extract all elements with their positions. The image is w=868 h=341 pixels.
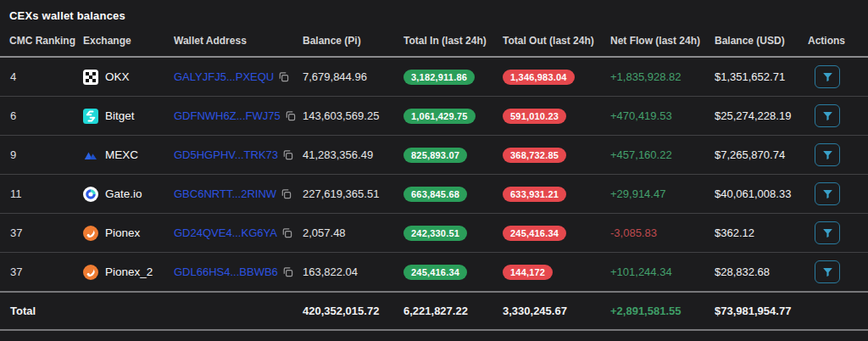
gateio-logo-icon	[83, 187, 98, 202]
copy-icon[interactable]	[278, 71, 289, 82]
balance-usd-cell: $362.12	[708, 214, 801, 253]
total-row: Total 420,352,015.72 6,221,827.22 3,330,…	[0, 292, 868, 330]
mexc-logo-icon	[83, 148, 98, 163]
filter-icon	[822, 150, 833, 160]
copy-icon[interactable]	[285, 110, 296, 121]
exchange-name: Pionex	[105, 226, 140, 239]
exchange-cell: Bitget	[83, 109, 160, 124]
col-header-actions: Actions	[801, 30, 868, 57]
net-flow-value: +470,419.53	[610, 109, 672, 122]
wallet-address-link[interactable]: GDFNWH6Z...FWJ75	[174, 109, 281, 122]
exchange-name: OKX	[105, 70, 130, 83]
cmc-ranking-cell: 6	[0, 97, 76, 136]
table-row: 6 Bitget GDFNWH6Z...FWJ75 143,603,569.25	[0, 97, 868, 136]
table-header-row: CMC Ranking Exchange Wallet Address Bala…	[0, 30, 868, 57]
exchange-name: Gate.io	[105, 187, 142, 200]
wallet-address-link[interactable]: GALYJFJ5...PXEQU	[174, 70, 274, 83]
total-out-badge: 591,010.23	[503, 109, 566, 124]
row-actions-filter-button[interactable]	[815, 143, 840, 166]
exchange-cell: Pionex_2	[83, 265, 160, 280]
filter-icon	[822, 267, 833, 277]
copy-icon[interactable]	[282, 266, 293, 277]
filter-icon	[822, 111, 833, 121]
wallet-address-link[interactable]: GDL66HS4...BBWB6	[174, 266, 278, 278]
balance-pi-cell: 163,822.04	[296, 253, 397, 293]
table-row: 11 Gate.io GBC6NRTT...2RINW 227,619,365.	[0, 175, 868, 214]
copy-icon[interactable]	[282, 149, 293, 160]
bitget-logo-icon	[83, 109, 98, 124]
total-in-badge: 663,845.68	[403, 187, 467, 202]
col-header-total-in: Total In (last 24h)	[397, 30, 496, 57]
row-actions-filter-button[interactable]	[815, 182, 840, 205]
total-out-badge: 144,172	[503, 265, 553, 280]
table-row: 37 Pionex_2 GDL66HS4...BBWB6 163,822.04	[0, 253, 868, 293]
cmc-ranking-cell: 9	[0, 136, 76, 175]
balance-pi-cell: 41,283,356.49	[296, 136, 397, 175]
total-label: Total	[0, 292, 296, 330]
filter-icon	[822, 189, 833, 199]
exchange-name: MEXC	[105, 148, 138, 161]
row-actions-filter-button[interactable]	[815, 221, 840, 244]
balance-pi-cell: 2,057.48	[296, 214, 397, 253]
balance-usd-cell: $25,274,228.19	[708, 97, 801, 136]
wallet-address-link[interactable]: GD5HGPHV...TRK73	[174, 148, 278, 161]
balance-pi-cell: 143,603,569.25	[296, 97, 397, 136]
col-header-exchange: Exchange	[76, 30, 167, 57]
wallet-address-link[interactable]: GD24QVE4...KG6YA	[174, 226, 277, 239]
wallet-address-link[interactable]: GBC6NRTT...2RINW	[174, 187, 276, 200]
net-flow-value: +457,160.22	[610, 148, 672, 161]
col-header-wallet-address: Wallet Address	[167, 30, 296, 57]
balance-usd-cell: $7,265,870.74	[708, 136, 801, 175]
col-header-net-flow: Net Flow (last 24h)	[604, 30, 708, 57]
col-header-balance-usd: Balance (USD)	[708, 30, 801, 57]
table-row: 9 MEXC GD5HGPHV...TRK73 41,283,356.49	[0, 136, 868, 175]
net-flow-value: +29,914.47	[610, 187, 665, 200]
net-flow-value: +1,835,928.82	[610, 70, 682, 83]
exchange-name: Pionex_2	[105, 266, 153, 278]
total-out-badge: 633,931.21	[503, 187, 566, 202]
exchange-cell: Pionex	[83, 226, 160, 241]
exchange-cell: Gate.io	[83, 187, 160, 202]
balance-usd-cell: $28,832.68	[708, 253, 801, 293]
pionex-logo-icon	[83, 265, 98, 280]
total-in-badge: 242,330.51	[403, 226, 467, 241]
okx-logo-icon	[83, 70, 98, 85]
total-in-sum: 6,221,827.22	[397, 292, 496, 330]
balance-usd-cell: $1,351,652.71	[708, 57, 801, 97]
filter-icon	[822, 72, 833, 82]
total-balance-pi: 420,352,015.72	[296, 292, 397, 330]
total-in-badge: 1,061,429.75	[403, 109, 476, 124]
pionex-logo-icon	[83, 226, 98, 241]
copy-icon[interactable]	[281, 227, 292, 238]
filter-icon	[822, 228, 833, 238]
col-header-balance-pi: Balance (Pi)	[296, 30, 397, 57]
total-out-sum: 3,330,245.67	[496, 292, 604, 330]
table-row: 37 Pionex GD24QVE4...KG6YA 2,057.48	[0, 214, 868, 253]
total-in-badge: 245,416.34	[403, 265, 467, 280]
cex-balances-table: CMC Ranking Exchange Wallet Address Bala…	[0, 30, 868, 331]
row-actions-filter-button[interactable]	[815, 104, 840, 127]
balance-pi-cell: 7,679,844.96	[296, 57, 397, 97]
copy-icon[interactable]	[281, 188, 292, 199]
net-flow-value: +101,244.34	[610, 266, 672, 278]
balance-pi-cell: 227,619,365.51	[296, 175, 397, 214]
total-out-badge: 1,346,983.04	[503, 70, 575, 85]
total-net-flow: +2,891,581.55	[610, 305, 682, 317]
col-header-cmc-ranking: CMC Ranking	[0, 30, 76, 57]
row-actions-filter-button[interactable]	[815, 65, 840, 88]
balance-usd-cell: $40,061,008.33	[708, 175, 801, 214]
col-header-total-out: Total Out (last 24h)	[496, 30, 604, 57]
total-balance-usd: $73,981,954.77	[708, 292, 801, 330]
total-out-badge: 245,416.34	[503, 226, 566, 241]
total-in-badge: 825,893.07	[403, 148, 467, 163]
exchange-cell: OKX	[83, 70, 160, 85]
table-row: 4 OKX GALYJFJ5...PXEQU 7,679,844.96	[0, 57, 868, 97]
exchange-name: Bitget	[105, 109, 135, 122]
exchange-cell: MEXC	[83, 148, 160, 163]
row-actions-filter-button[interactable]	[815, 260, 840, 283]
cmc-ranking-cell: 37	[0, 214, 76, 253]
cmc-ranking-cell: 11	[0, 175, 76, 214]
total-in-badge: 3,182,911.86	[403, 70, 475, 85]
total-out-badge: 368,732.85	[503, 148, 566, 163]
net-flow-value: -3,085.83	[610, 226, 657, 239]
